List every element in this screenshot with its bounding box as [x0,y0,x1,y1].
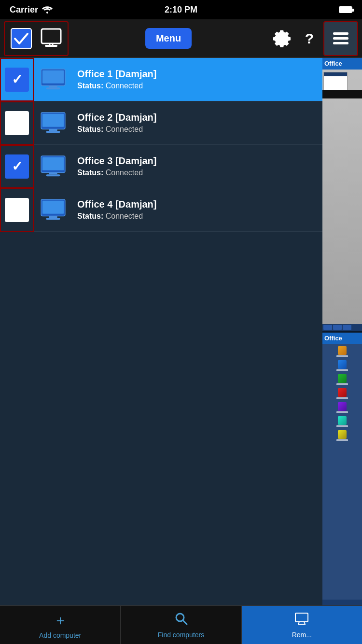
svg-rect-15 [46,131,60,133]
list-item[interactable]: Office 2 [Damjan] Status: Connected [0,101,322,145]
svg-rect-5 [333,32,348,35]
svg-rect-13 [42,113,64,126]
monitor-icon-3 [34,145,72,188]
desktop-icon-1 [324,346,360,357]
search-icon [174,611,188,626]
toolbar: Menu ? [0,19,362,58]
checkmark-3: ✓ [12,158,23,174]
carrier-label: Carrier [10,5,38,15]
tab-find-computers[interactable]: Find computers [121,606,241,644]
desktop-icon-6 [324,416,360,427]
svg-rect-11 [46,87,60,89]
list-item[interactable]: ✓ Office 1 [Damjan] Status: Connected [0,58,322,101]
preview-title-2: Office [322,333,362,344]
screen-view-button[interactable] [37,24,66,53]
preview-title-1: Office [322,58,362,69]
list-item[interactable]: Office 4 [Damjan] Status: Connected [0,188,322,232]
checkbox-inner-2 [5,111,29,135]
list-icon [330,28,351,49]
status-bar: Carrier 2:10 PM [0,0,362,19]
monitor-icon-4 [34,188,72,232]
svg-rect-18 [49,172,57,174]
svg-rect-19 [46,174,60,176]
tab-bar: ＋ Add computer Find computers Rem... [0,605,362,644]
computer-info-1: Office 1 [Damjan] Status: Connected [72,69,322,90]
help-button[interactable]: ? [297,25,321,52]
select-all-button[interactable] [7,24,36,53]
find-computers-icon [174,611,188,629]
computer-name-3: Office 3 [Damjan] [77,155,318,167]
computer-info-4: Office 4 [Damjan] Status: Connected [72,199,322,221]
computer-status-3: Status: Connected [77,168,318,177]
toolbar-left-group [4,21,69,56]
preview-screen-2 [322,344,362,605]
checkmark-1: ✓ [12,71,23,87]
desktop-icon-2 [324,360,360,371]
svg-rect-2 [45,45,57,47]
desktop-icon-5 [324,402,360,413]
svg-line-25 [183,620,187,624]
list-view-button[interactable] [323,21,358,56]
battery-icon [339,6,352,13]
preview-card-1[interactable]: Office [322,58,362,331]
list-item[interactable]: ✓ Office 3 [Damjan] Status: Connected [0,145,322,188]
wifi-icon [42,6,53,14]
status-label-3: Status: [77,168,103,177]
status-bar-right [339,6,352,13]
checkbox-select-icon [10,28,32,50]
checkbox-4[interactable] [0,188,34,232]
screen-icon [40,28,62,50]
svg-rect-23 [46,218,60,220]
svg-rect-14 [49,129,57,131]
monitor-icon-2 [34,101,72,145]
computer-status-2: Status: Connected [77,125,318,134]
settings-button[interactable] [268,25,295,52]
checkbox-2[interactable] [0,101,34,145]
remote-screen-icon [294,611,309,626]
status-label-4: Status: [77,212,103,220]
preview-screen-1 [322,70,362,331]
toolbar-right-group: ? [268,21,358,56]
tab-remote[interactable]: Rem... [242,606,362,644]
find-computers-label: Find computers [158,631,204,639]
computer-status-1: Status: Connected [77,82,318,90]
computer-info-2: Office 2 [Damjan] Status: Connected [72,112,322,134]
computer-status-4: Status: Connected [77,212,318,221]
desktop-icon-7 [324,430,360,441]
monitor-svg-3 [41,155,66,178]
svg-rect-22 [49,216,57,218]
desktop-icon-4 [324,388,360,399]
right-panel: Office Offi [322,58,362,605]
remote-icon [294,611,309,629]
status-bar-left: Carrier [10,5,53,15]
computer-info-3: Office 3 [Damjan] Status: Connected [72,155,322,177]
computer-name-4: Office 4 [Damjan] [77,199,318,210]
time-display: 2:10 PM [165,5,197,15]
status-label-2: Status: [77,125,103,133]
svg-rect-6 [333,37,348,40]
tab-add-computer[interactable]: ＋ Add computer [0,606,121,644]
remote-label: Rem... [292,631,312,639]
monitor-svg-1 [41,69,66,91]
help-icon: ? [305,30,314,47]
add-computer-icon: ＋ [54,611,67,630]
menu-button[interactable]: Menu [145,28,192,49]
svg-rect-7 [333,42,348,44]
svg-rect-9 [42,70,64,83]
computer-name-2: Office 2 [Damjan] [77,112,318,123]
svg-rect-21 [42,200,64,213]
svg-rect-17 [42,157,64,170]
svg-rect-10 [49,85,57,87]
preview-card-2[interactable]: Office [322,333,362,605]
checkbox-inner-1: ✓ [5,68,29,92]
main-area: ✓ Office 1 [Damjan] Status: Connected [0,58,362,605]
monitor-svg-4 [41,199,66,221]
monitor-icon-1 [34,58,72,101]
checkbox-1[interactable]: ✓ [0,58,34,101]
checkbox-3[interactable]: ✓ [0,145,34,188]
gear-icon [271,28,292,49]
desktop-icon-3 [324,374,360,385]
svg-rect-1 [42,29,61,43]
add-computer-label: Add computer [39,631,81,639]
svg-rect-26 [295,613,308,622]
